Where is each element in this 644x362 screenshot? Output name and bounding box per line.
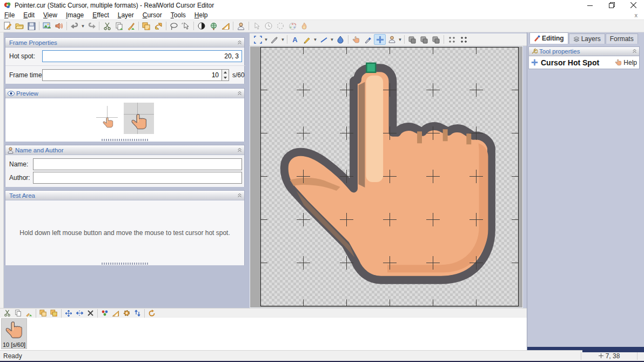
ruler-icon[interactable] bbox=[110, 309, 121, 318]
swap-icon[interactable] bbox=[132, 309, 143, 318]
resize-grip[interactable] bbox=[102, 139, 148, 141]
selection-tool-icon[interactable] bbox=[252, 34, 264, 45]
menu-help[interactable]: Help bbox=[190, 11, 212, 19]
rotate-icon[interactable] bbox=[146, 309, 157, 318]
menu-cursor[interactable]: Cursor bbox=[138, 11, 166, 19]
collapse-chevron-icon[interactable] bbox=[237, 39, 242, 46]
cursor-canvas[interactable] bbox=[260, 47, 519, 306]
restore-button[interactable] bbox=[601, 0, 622, 10]
pencil-dropdown-icon[interactable]: ▼ bbox=[313, 34, 318, 45]
guides-toggle-icon[interactable] bbox=[458, 34, 469, 45]
hot-spot-tool-icon[interactable] bbox=[374, 34, 386, 45]
duplicate-frame-icon[interactable] bbox=[38, 309, 49, 318]
name-author-header[interactable]: Name and Author bbox=[5, 145, 244, 155]
grid-toggle-icon[interactable] bbox=[446, 34, 458, 45]
selection-dropdown-icon[interactable]: ▼ bbox=[264, 34, 269, 45]
copy-icon[interactable] bbox=[113, 21, 125, 31]
text-tool-icon[interactable]: A bbox=[289, 34, 301, 45]
preview-cursor-large[interactable] bbox=[124, 103, 154, 134]
hot-spot-input[interactable] bbox=[42, 50, 242, 62]
eyedropper-tool-icon[interactable] bbox=[362, 34, 374, 45]
spinner-down-icon[interactable] bbox=[222, 75, 229, 81]
menu-image[interactable]: Image bbox=[62, 11, 88, 19]
contrast-icon[interactable] bbox=[196, 21, 207, 31]
brush-tool-icon[interactable] bbox=[334, 34, 346, 45]
tab-formats[interactable]: Formats bbox=[606, 33, 638, 44]
panel-splitter[interactable] bbox=[246, 32, 250, 308]
undo-icon[interactable] bbox=[69, 21, 81, 31]
move-icon[interactable] bbox=[63, 309, 74, 318]
undo-dropdown-icon[interactable]: ▼ bbox=[81, 21, 85, 31]
duplicate-format-icon[interactable] bbox=[49, 309, 59, 318]
author-input[interactable] bbox=[33, 172, 242, 184]
line-tool-icon[interactable] bbox=[318, 34, 330, 45]
sound-icon[interactable] bbox=[53, 21, 65, 31]
tool-properties-header[interactable]: Tool properties bbox=[528, 46, 640, 56]
resize-grip[interactable] bbox=[102, 263, 148, 265]
frame-time-input[interactable] bbox=[42, 69, 222, 81]
document-close-icon[interactable]: x bbox=[632, 12, 641, 18]
frame-properties-header[interactable]: Frame Properties bbox=[5, 38, 244, 48]
globe-icon[interactable] bbox=[207, 21, 219, 31]
ruler-icon[interactable] bbox=[219, 21, 231, 31]
duplicate-frame-icon[interactable] bbox=[140, 21, 152, 31]
person-icon[interactable] bbox=[235, 21, 247, 31]
gear-icon[interactable] bbox=[121, 309, 132, 318]
open-icon[interactable] bbox=[14, 21, 25, 31]
menu-file[interactable]: File bbox=[0, 11, 19, 19]
tab-editing[interactable]: Editing bbox=[529, 32, 568, 44]
pencil-tool-icon[interactable] bbox=[301, 34, 313, 45]
export-image-icon[interactable] bbox=[41, 21, 53, 31]
cut-icon[interactable] bbox=[2, 309, 12, 318]
tab-layers[interactable]: Layers bbox=[569, 33, 605, 44]
color-picker-dropdown-icon[interactable]: ▼ bbox=[280, 34, 285, 45]
menu-edit[interactable]: Edit bbox=[19, 11, 39, 19]
paste-icon[interactable] bbox=[125, 21, 137, 31]
paste-frame3-icon[interactable] bbox=[430, 34, 442, 45]
person-tool-icon[interactable] bbox=[386, 34, 398, 45]
frame-time-spinner[interactable] bbox=[222, 69, 229, 81]
dashed-circle-icon[interactable] bbox=[274, 21, 286, 31]
frame-time-unit: s/60 bbox=[232, 71, 245, 79]
person-tool-dropdown-icon[interactable]: ▼ bbox=[398, 34, 403, 45]
test-area-surface[interactable]: Hold down left mouse button and move the… bbox=[5, 200, 244, 265]
smudge-tool-icon[interactable] bbox=[350, 34, 362, 45]
flip-frame-icon[interactable] bbox=[152, 21, 164, 31]
paste-icon[interactable] bbox=[23, 309, 34, 318]
color-picker-tool-icon[interactable] bbox=[269, 34, 280, 45]
menu-effect[interactable]: Effect bbox=[88, 11, 113, 19]
preview-header[interactable]: Preview bbox=[5, 89, 244, 98]
menu-layer[interactable]: Layer bbox=[113, 11, 138, 19]
pan-icon[interactable] bbox=[74, 309, 85, 318]
close-button[interactable] bbox=[622, 0, 644, 10]
paste-frame-icon[interactable] bbox=[406, 34, 418, 45]
menu-view[interactable]: View bbox=[39, 11, 62, 19]
clock-icon[interactable] bbox=[263, 21, 274, 31]
preview-cursor-small[interactable] bbox=[102, 117, 114, 129]
menu-tools[interactable]: Tools bbox=[166, 11, 190, 19]
collapse-chevron-icon[interactable] bbox=[237, 192, 242, 199]
flame-icon[interactable] bbox=[298, 21, 310, 31]
colors-icon[interactable] bbox=[99, 309, 110, 318]
redo-icon[interactable] bbox=[85, 21, 97, 31]
collapse-chevron-icon[interactable] bbox=[237, 90, 242, 97]
delete-icon[interactable] bbox=[85, 309, 96, 318]
test-area-header[interactable]: Test Area bbox=[5, 191, 244, 200]
copy-icon[interactable] bbox=[12, 309, 23, 318]
pointer-arrow-icon[interactable] bbox=[251, 21, 263, 31]
cut-icon[interactable] bbox=[101, 21, 113, 31]
save-icon[interactable] bbox=[25, 21, 37, 31]
frame-thumbnail-selected[interactable]: 10 [s/60] bbox=[1, 318, 27, 349]
line-dropdown-icon[interactable]: ▼ bbox=[330, 34, 334, 45]
paste-frame2-icon[interactable] bbox=[418, 34, 430, 45]
help-link[interactable]: Help bbox=[615, 59, 637, 66]
lasso-icon[interactable] bbox=[168, 21, 180, 31]
minimize-button[interactable] bbox=[579, 0, 601, 10]
collapse-chevron-icon[interactable] bbox=[632, 48, 637, 55]
spinner-up-icon[interactable] bbox=[222, 70, 229, 75]
collapse-chevron-icon[interactable] bbox=[237, 146, 242, 154]
new-icon[interactable] bbox=[2, 21, 14, 31]
capture-cursor-icon[interactable] bbox=[180, 21, 192, 31]
color-wheel-icon[interactable] bbox=[286, 21, 298, 31]
name-input[interactable] bbox=[33, 158, 242, 170]
